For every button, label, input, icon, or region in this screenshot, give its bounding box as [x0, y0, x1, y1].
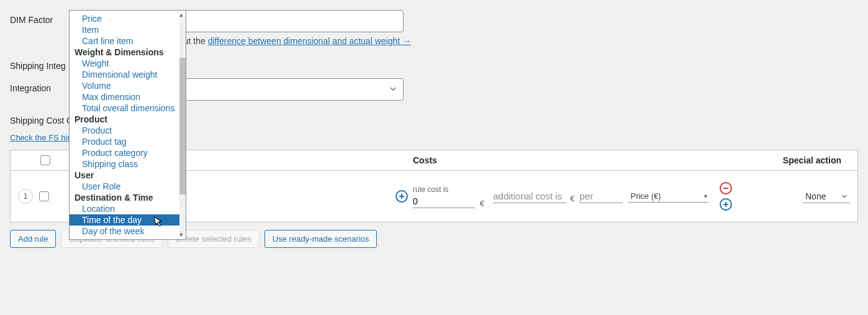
select-all-checkbox[interactable]	[40, 155, 50, 165]
currency-symbol: €	[570, 194, 574, 203]
dropdown-item[interactable]: Time of the day	[70, 214, 186, 226]
dropdown-group: User	[70, 170, 186, 181]
per-input[interactable]: per	[579, 189, 623, 203]
costs-header: Costs	[413, 155, 761, 165]
special-header: Special action	[761, 155, 841, 165]
dim-weight-link[interactable]: difference between dimensional and actua…	[208, 36, 411, 46]
add-cost-button[interactable]	[396, 190, 408, 203]
dim-factor-input[interactable]	[159, 10, 404, 32]
dim-factor-helper: re about the difference between dimensio…	[159, 36, 411, 46]
dropdown-item[interactable]: Day of the week	[70, 226, 186, 237]
chevron-down-icon: ▾	[704, 193, 707, 199]
currency-symbol: €	[480, 199, 484, 208]
dropdown-item[interactable]: Shipping class	[70, 158, 186, 170]
special-action-select[interactable]: None	[803, 190, 850, 203]
rule-cost-input[interactable]	[413, 195, 475, 208]
add-cost-button[interactable]	[720, 198, 732, 211]
scrollbar-thumb[interactable]	[179, 58, 186, 194]
row-number: 1	[18, 189, 33, 204]
fs-hint-link[interactable]: Check the FS hin	[10, 133, 72, 142]
dropdown-group: Destination & Time	[70, 192, 186, 203]
dropdown-item[interactable]: Item	[70, 24, 186, 35]
dropdown-item[interactable]: Max dimension	[70, 91, 186, 103]
dropdown-group: Product	[70, 114, 186, 125]
dropdown-item[interactable]: Weight	[70, 58, 186, 69]
dropdown-item[interactable]: Cart line item	[70, 35, 186, 47]
condition-dropdown[interactable]: ▲ PriceItemCart line itemWeight & Dimens…	[69, 10, 186, 240]
integration-select[interactable]	[159, 78, 404, 101]
dropdown-item[interactable]: Volume	[70, 80, 186, 91]
dropdown-item[interactable]: Product category	[70, 147, 186, 158]
ready-scenarios-button[interactable]: Use ready-made scenarios	[264, 230, 377, 248]
chevron-down-icon	[389, 84, 397, 94]
chevron-down-icon	[841, 191, 848, 201]
dropdown-item[interactable]: Location	[70, 203, 186, 214]
dropdown-item[interactable]: User Role	[70, 181, 186, 192]
dropdown-item[interactable]: Product	[70, 125, 186, 136]
additional-cost-input[interactable]: additional cost is	[493, 189, 566, 203]
rule-cost-label: rule cost is	[413, 185, 484, 194]
per-unit-select[interactable]: Price (€) ▾	[628, 190, 708, 203]
dropdown-item[interactable]: Dimensional weight	[70, 69, 186, 80]
row-checkbox[interactable]	[39, 191, 49, 201]
scroll-down-icon[interactable]: ▼	[178, 232, 184, 238]
dropdown-item[interactable]: Total overall dimensions	[70, 103, 186, 114]
dropdown-item[interactable]: Product tag	[70, 136, 186, 147]
add-rule-button[interactable]: Add rule	[10, 230, 56, 248]
dropdown-item[interactable]: Price	[70, 13, 186, 24]
remove-cost-button[interactable]	[720, 182, 732, 194]
dropdown-group: Weight & Dimensions	[70, 47, 186, 58]
